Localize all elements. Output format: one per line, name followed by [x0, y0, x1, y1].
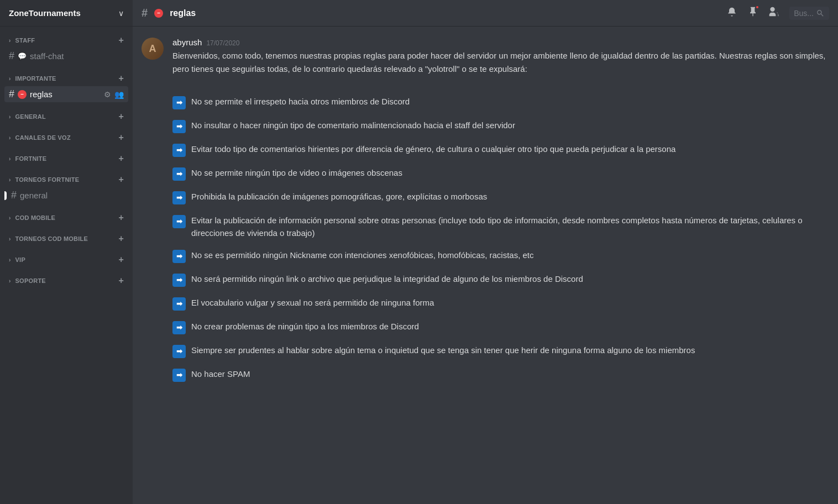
add-channel-staff[interactable]: + — [118, 35, 124, 45]
category-label-vip: VIP — [15, 256, 25, 263]
category-header-canales-voz[interactable]: › CANALES DE VOZ + — [4, 124, 128, 145]
search-icon — [816, 9, 825, 18]
messages-area: A abyrush 17/07/2020 Bienvenidos, como t… — [133, 27, 838, 504]
rule-arrow-icon: ➡ — [172, 274, 186, 287]
rule-arrow-icon: ➡ — [172, 345, 186, 358]
channel-hash-reglas-icon: # — [9, 88, 14, 100]
category-label-importante: IMPORTANTE — [15, 75, 56, 82]
add-channel-cod[interactable]: + — [118, 213, 124, 223]
manage-channel-icon[interactable]: ⚙ — [104, 90, 111, 99]
add-channel-fortnite[interactable]: + — [118, 154, 124, 164]
category-header-vip[interactable]: › VIP + — [4, 246, 128, 267]
channel-hash-icon: # — [9, 50, 14, 62]
rule-text: Evitar todo tipo de comentarios hiriente… — [191, 143, 675, 156]
avatar-letter: A — [149, 43, 156, 55]
message-content: abyrush 17/07/2020 Bienvenidos, como tod… — [172, 38, 829, 80]
sidebar: ZoneTournaments ∨ › STAFF + # 💬 staff-ch… — [0, 0, 133, 504]
server-header[interactable]: ZoneTournaments ∨ — [0, 0, 133, 27]
category-chevron-voz-icon: › — [9, 135, 11, 141]
category-torneos-fortnite: › TORNEOS FORTNITE + # general — [0, 166, 133, 204]
rule-item: ➡Siempre ser prudentes al hablar sobre a… — [172, 344, 829, 358]
channel-hash-general-icon: # — [11, 190, 17, 201]
active-dot-indicator — [4, 191, 7, 200]
pin-icon[interactable] — [747, 6, 758, 20]
category-chevron-importante-icon: › — [9, 76, 11, 82]
rule-text: No será permitido ningún link o archivo … — [191, 273, 583, 286]
rule-item: ➡No se permite ningún tipo de video o im… — [172, 167, 829, 181]
rule-arrow-icon: ➡ — [172, 321, 186, 334]
rule-item: ➡No se permite el irrespeto hacia otros … — [172, 96, 829, 109]
category-label-general: GENERAL — [15, 113, 46, 120]
category-chevron-torneos-cod-icon: › — [9, 236, 11, 242]
category-label-staff: STAFF — [15, 37, 35, 44]
category-importante: › IMPORTANTE + # – reglas ⚙ 👥 — [0, 65, 133, 103]
rule-arrow-icon: ➡ — [172, 144, 186, 157]
rule-item: ➡Evitar la publicación de información pe… — [172, 214, 829, 239]
topbar-actions: Bus... — [726, 6, 829, 20]
category-chevron-soporte-icon: › — [9, 278, 11, 284]
category-header-torneos-cod[interactable]: › TORNEOS COD MOBILE + — [4, 225, 128, 246]
channel-name-general: general — [20, 191, 48, 200]
add-channel-soporte[interactable]: + — [118, 276, 124, 286]
channel-reglas[interactable]: # – reglas ⚙ 👥 — [4, 86, 128, 102]
channel-torneos-general[interactable]: # general — [7, 187, 128, 203]
category-soporte: › SOPORTE + — [0, 267, 133, 288]
category-header-cod-mobile[interactable]: › COD MOBILE + — [4, 204, 128, 225]
rule-item: ➡Prohibida la publicación de imágenes po… — [172, 191, 829, 204]
topbar-channel-name: reglas — [170, 8, 196, 18]
category-header-staff[interactable]: › STAFF + — [4, 27, 128, 48]
rule-arrow-icon: ➡ — [172, 297, 186, 311]
topbar-no-entry-icon: – — [154, 9, 163, 18]
rule-text: Evitar la publicación de información per… — [191, 214, 829, 239]
no-entry-icon: – — [18, 90, 27, 99]
category-header-importante[interactable]: › IMPORTANTE + — [4, 65, 128, 86]
rule-text: No insultar o hacer ningún tipo de comen… — [191, 119, 515, 132]
category-header-soporte[interactable]: › SOPORTE + — [4, 267, 128, 288]
category-header-general[interactable]: › GENERAL + — [4, 103, 128, 124]
rule-text: Prohibida la publicación de imágenes por… — [191, 191, 487, 203]
rule-item: ➡No se es permitido ningún Nickname con … — [172, 249, 829, 263]
category-header-torneos-fortnite[interactable]: › TORNEOS FORTNITE + — [4, 166, 128, 187]
channel-name-reglas: reglas — [30, 90, 53, 99]
notifications-icon[interactable] — [726, 6, 737, 20]
category-label-fortnite: FORTNITE — [15, 155, 47, 162]
category-label-torneos-fortnite: TORNEOS FORTNITE — [15, 176, 80, 183]
add-channel-torneos-cod[interactable]: + — [118, 234, 124, 244]
rule-text: No se es permitido ningún Nickname con i… — [191, 249, 534, 262]
rule-text: No hacer SPAM — [191, 368, 250, 381]
add-channel-general[interactable]: + — [118, 112, 124, 122]
message-group: A abyrush 17/07/2020 Bienvenidos, como t… — [133, 35, 838, 82]
members-icon[interactable] — [768, 6, 779, 20]
server-chevron-icon: ∨ — [118, 9, 124, 18]
add-channel-voz[interactable]: + — [118, 133, 124, 143]
channel-general-wrapper: # general — [4, 187, 128, 203]
message-header: abyrush 17/07/2020 — [172, 38, 829, 47]
search-bar[interactable]: Bus... — [789, 7, 829, 20]
category-chevron-general-icon: › — [9, 114, 11, 120]
pin-notification-dot — [755, 5, 760, 9]
category-label-soporte: SOPORTE — [15, 277, 46, 284]
add-member-icon[interactable]: 👥 — [114, 90, 124, 99]
category-chevron-fortnite-icon: › — [9, 156, 11, 162]
rule-arrow-icon: ➡ — [172, 120, 186, 133]
rule-arrow-icon: ➡ — [172, 96, 186, 109]
channel-staff-chat[interactable]: # 💬 staff-chat — [4, 48, 128, 64]
rule-arrow-icon: ➡ — [172, 167, 186, 181]
rules-list: ➡No se permite el irrespeto hacia otros … — [133, 87, 838, 391]
message-author: abyrush — [172, 38, 202, 47]
category-header-fortnite[interactable]: › FORTNITE + — [4, 145, 128, 166]
category-vip: › VIP + — [0, 246, 133, 267]
topbar-channel-info: # – reglas — [142, 7, 196, 19]
add-channel-vip[interactable]: + — [118, 255, 124, 265]
avatar: A — [142, 38, 164, 60]
add-channel-importante[interactable]: + — [118, 74, 124, 83]
add-channel-torneos-fortnite[interactable]: + — [118, 175, 124, 185]
category-chevron-icon: › — [9, 38, 11, 44]
rule-item: ➡No crear problemas de ningún tipo a los… — [172, 321, 829, 334]
category-general: › GENERAL + — [0, 103, 133, 124]
rule-item: ➡El vocabulario vulgar y sexual no será … — [172, 297, 829, 311]
rule-text: No se permite ningún tipo de video o imá… — [191, 167, 402, 180]
server-name: ZoneTournaments — [9, 8, 81, 18]
category-staff: › STAFF + # 💬 staff-chat — [0, 27, 133, 65]
rule-arrow-icon: ➡ — [172, 215, 186, 228]
